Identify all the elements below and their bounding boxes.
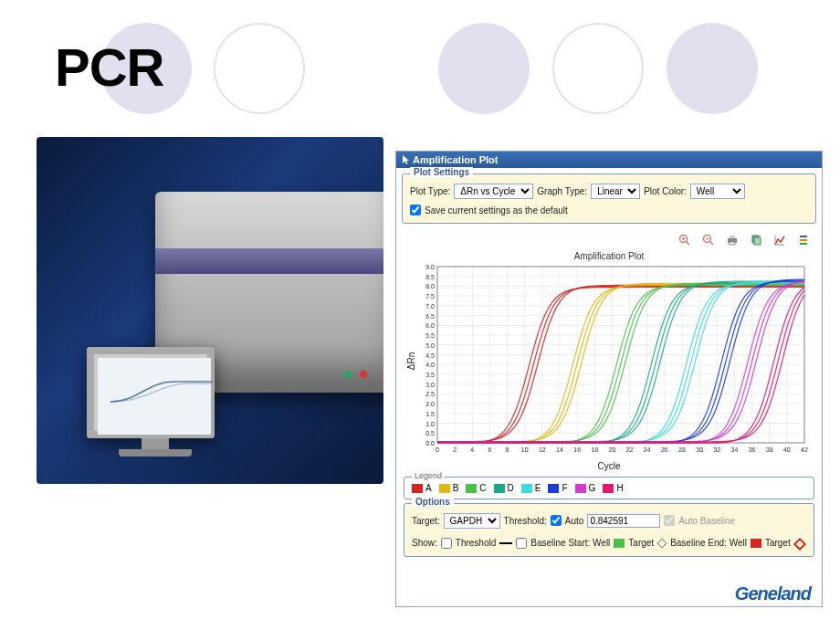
show-baseline-start-checkbox[interactable] — [516, 538, 527, 549]
svg-text:22: 22 — [626, 446, 634, 453]
monitor-base — [119, 449, 192, 457]
circle-4 — [552, 23, 644, 114]
svg-text:38: 38 — [766, 446, 773, 453]
legend-item-B[interactable]: B — [439, 483, 459, 493]
svg-text:1.0: 1.0 — [425, 421, 435, 427]
legend-swatch — [603, 484, 614, 493]
panel-title: Amplification Plot — [413, 154, 499, 165]
legend-item-E[interactable]: E — [521, 483, 541, 493]
zoom-out-icon[interactable] — [701, 233, 716, 247]
svg-text:26: 26 — [661, 446, 668, 453]
led-green — [344, 371, 352, 378]
chart-icon[interactable] — [772, 233, 787, 247]
show-target1-label: Target — [628, 538, 654, 548]
svg-text:34: 34 — [731, 446, 739, 453]
svg-text:5.5: 5.5 — [425, 332, 435, 339]
chart-toolbar — [396, 229, 822, 249]
legend-item-G[interactable]: G — [575, 483, 596, 493]
legend-label: D — [508, 483, 514, 493]
plot-settings-box: Plot Settings Plot Type: ΔRn vs Cycle Gr… — [402, 173, 816, 224]
svg-text:1.5: 1.5 — [425, 411, 435, 417]
plot-settings-label: Plot Settings — [410, 167, 473, 177]
svg-text:3.0: 3.0 — [425, 382, 435, 388]
legend-item-H[interactable]: H — [603, 483, 623, 493]
amplification-chart[interactable]: ΔRn 0.00.51.01.52.02.53.03.54.04.55.05.5… — [408, 263, 810, 459]
show-threshold-label: Threshold — [456, 538, 496, 548]
legend-swatch — [466, 484, 477, 493]
chart-xlabel: Cycle — [404, 461, 814, 471]
legend-label: C — [479, 483, 486, 493]
graph-type-select[interactable]: Linear — [591, 184, 640, 199]
save-default-checkbox[interactable] — [410, 205, 421, 215]
legend-title: Legend — [412, 471, 445, 480]
legend-item-A[interactable]: A — [412, 483, 432, 493]
svg-text:36: 36 — [749, 446, 756, 453]
panel-header: Amplification Plot — [396, 152, 822, 168]
options-box: Options Target: GAPDH Threshold: Auto Au… — [404, 503, 814, 557]
target-select[interactable]: GAPDH — [444, 513, 500, 529]
svg-text:8.0: 8.0 — [425, 283, 435, 289]
svg-text:16: 16 — [573, 446, 581, 453]
show-baseline-end-label: Baseline End: Well — [670, 538, 747, 548]
svg-text:4.5: 4.5 — [425, 352, 435, 359]
page-title: PCR — [55, 37, 163, 98]
target-label: Target: — [412, 516, 440, 526]
save-default-label: Save current settings as the default — [425, 205, 568, 215]
copy-icon[interactable] — [749, 233, 763, 247]
threshold-auto-checkbox[interactable] — [551, 515, 562, 526]
svg-text:2: 2 — [453, 446, 457, 453]
led-red — [360, 371, 367, 378]
legend-label: F — [562, 483, 567, 493]
legend-item-F[interactable]: F — [548, 483, 567, 493]
list-icon[interactable] — [796, 233, 811, 247]
svg-rect-11 — [754, 237, 761, 245]
monitor-screen — [98, 358, 211, 435]
svg-text:4.0: 4.0 — [425, 362, 435, 368]
threshold-input[interactable] — [587, 514, 660, 528]
legend-swatch — [412, 484, 423, 493]
monitor — [87, 347, 224, 484]
chart-wrap: Amplification Plot ΔRn 0.00.51.01.52.02.… — [396, 251, 822, 473]
legend-swatch — [575, 484, 586, 493]
legend-item-C[interactable]: C — [466, 483, 486, 493]
circle-2 — [214, 23, 305, 114]
show-baseline-start-label: Baseline Start: Well — [530, 538, 610, 548]
svg-text:10: 10 — [521, 446, 529, 453]
svg-rect-9 — [730, 242, 735, 245]
cursor-icon — [402, 154, 411, 165]
svg-line-5 — [710, 242, 714, 246]
svg-text:0.0: 0.0 — [425, 440, 435, 446]
legend-label: G — [589, 483, 596, 493]
circle-3 — [438, 23, 530, 114]
circle-5 — [667, 23, 758, 114]
legend-box: Legend ABCDEFGH — [404, 477, 814, 499]
threshold-label: Threshold: — [504, 516, 547, 526]
legend-label: B — [453, 483, 459, 493]
svg-text:8: 8 — [506, 446, 509, 453]
auto-label: Auto — [565, 516, 584, 526]
svg-rect-8 — [730, 236, 735, 238]
plot-type-label: Plot Type: — [410, 186, 450, 196]
monitor-frame — [87, 347, 215, 438]
threshold-line-icon — [499, 542, 512, 544]
zoom-in-icon[interactable] — [677, 233, 692, 247]
svg-text:4: 4 — [470, 446, 474, 453]
legend-item-D[interactable]: D — [494, 483, 514, 493]
legend-label: A — [425, 483, 432, 493]
legend-label: E — [535, 483, 541, 493]
svg-text:7.5: 7.5 — [425, 293, 435, 299]
svg-text:14: 14 — [556, 446, 563, 453]
auto-baseline-label: Auto Baseline — [678, 516, 735, 526]
legend-swatch — [439, 484, 450, 493]
plot-color-select[interactable]: Well — [690, 184, 745, 199]
legend-swatch — [494, 484, 505, 493]
svg-text:9.0: 9.0 — [425, 264, 435, 270]
show-threshold-checkbox[interactable] — [441, 538, 452, 549]
svg-text:18: 18 — [591, 446, 598, 453]
print-icon[interactable] — [725, 233, 740, 247]
svg-text:3.5: 3.5 — [425, 372, 435, 378]
svg-text:0: 0 — [436, 446, 439, 453]
svg-text:6: 6 — [488, 446, 491, 453]
plot-type-select[interactable]: ΔRn vs Cycle — [454, 184, 533, 199]
svg-text:24: 24 — [644, 446, 651, 453]
